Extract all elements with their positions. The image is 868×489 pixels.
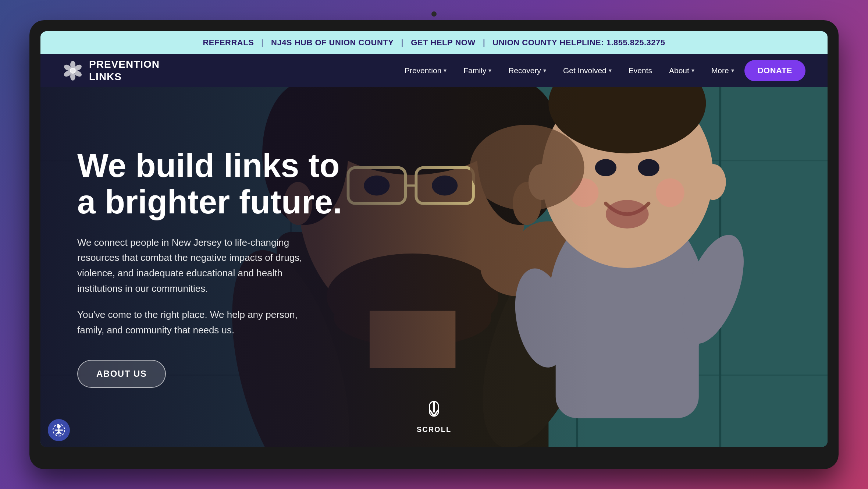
chevron-down-icon: ▾ [691,67,694,74]
scroll-label: SCROLL [417,425,451,434]
nav-item-about[interactable]: About ▾ [662,62,701,79]
nj4s-link[interactable]: NJ4S HUB OF UNION COUNTY [271,38,394,47]
nav-item-get-involved[interactable]: Get Involved ▾ [556,62,618,79]
top-bar: REFERRALS | NJ4S HUB OF UNION COUNTY | G… [40,31,828,54]
nav-links: Prevention ▾ Family ▾ Recovery ▾ Get Inv… [398,60,805,81]
hero-tagline: You've come to the right place. We help … [77,307,305,338]
chevron-down-icon: ▾ [488,67,491,74]
camera [431,11,437,17]
hero-title: We build links to a brighter future. [77,148,371,220]
nav-item-events[interactable]: Events [622,62,659,79]
scroll-arrow-icon [427,400,441,422]
laptop-frame: REFERRALS | NJ4S HUB OF UNION COUNTY | G… [29,20,839,469]
screen: REFERRALS | NJ4S HUB OF UNION COUNTY | G… [40,31,828,447]
donate-button[interactable]: DONATE [744,60,805,81]
hero-content: We build links to a brighter future. We … [40,87,828,447]
gethelp-link[interactable]: GET HELP NOW [411,38,476,47]
svg-rect-51 [433,401,435,412]
hero-section: We build links to a brighter future. We … [40,87,828,447]
scroll-indicator: SCROLL [417,400,451,434]
referrals-link[interactable]: REFERRALS [203,38,254,47]
helpline-link[interactable]: UNION COUNTY HELPLINE: 1.855.825.3275 [492,38,665,47]
accessibility-icon [52,424,65,437]
divider-2: | [401,38,404,47]
about-us-button[interactable]: ABOUT US [77,360,166,388]
accessibility-button[interactable] [48,419,70,441]
divider-1: | [261,38,264,47]
nav-item-recovery[interactable]: Recovery ▾ [502,62,553,79]
logo[interactable]: PREVENTION LINKS [63,58,160,83]
chevron-down-icon: ▾ [543,67,546,74]
logo-text: PREVENTION LINKS [89,58,160,83]
chevron-down-icon: ▾ [731,67,734,74]
nav-item-prevention[interactable]: Prevention ▾ [398,62,453,79]
divider-3: | [483,38,485,47]
hero-subtitle: We connect people in New Jersey to life-… [77,235,305,296]
logo-icon [63,60,83,81]
nav-item-more[interactable]: More ▾ [705,62,741,79]
navbar: PREVENTION LINKS Prevention ▾ Family ▾ R… [40,54,828,87]
chevron-down-icon: ▾ [609,67,612,74]
nav-item-family[interactable]: Family ▾ [457,62,498,79]
chevron-down-icon: ▾ [444,67,447,74]
